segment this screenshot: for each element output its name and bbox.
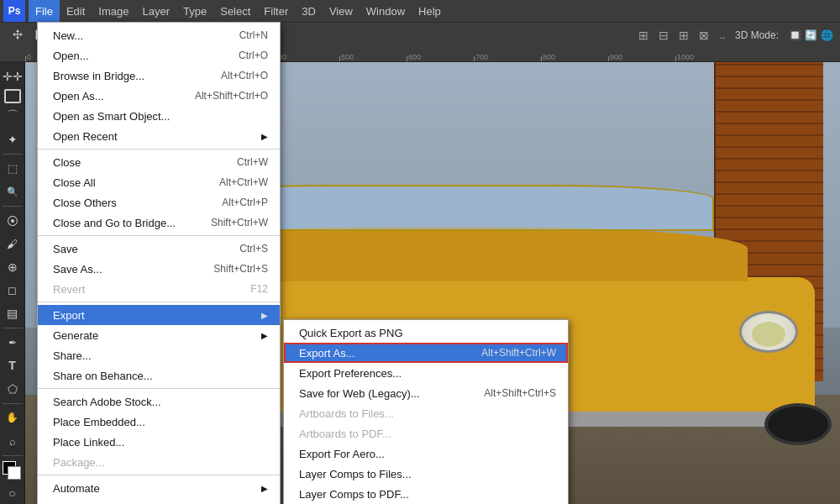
menu-item-open-recent[interactable]: Open Recent ▶: [38, 126, 280, 146]
export-submenu-artboards-pdf[interactable]: Artboards to PDF...: [284, 423, 568, 444]
export-submenu-layer-comps-files[interactable]: Layer Comps to Files...: [284, 464, 568, 484]
3d-mode-controls[interactable]: 🔲 🔄 🌐: [789, 29, 833, 41]
menu-layer[interactable]: Layer: [136, 0, 177, 22]
menu-select[interactable]: Select: [213, 0, 257, 22]
menu-item-export[interactable]: Export ▶: [38, 305, 280, 325]
menu-item-browse-bridge[interactable]: Browse in Bridge... Alt+Ctrl+O: [38, 66, 280, 86]
menu-item-close[interactable]: Close Ctrl+W: [38, 152, 280, 172]
menu-view[interactable]: View: [323, 0, 360, 22]
menu-item-search-stock[interactable]: Search Adobe Stock...: [38, 391, 280, 412]
tool-stamp[interactable]: ⊕: [2, 256, 24, 278]
file-dropdown: New... Ctrl+N Open... Ctrl+O Browse in B…: [37, 22, 281, 504]
menu-item-new[interactable]: New... Ctrl+N: [38, 25, 280, 45]
tool-crop[interactable]: ⬚: [2, 158, 24, 180]
tool-magic-wand[interactable]: ✦: [2, 129, 24, 150]
menu-window[interactable]: Window: [360, 0, 412, 22]
export-submenu-layer-comps-pdf[interactable]: Layer Comps to PDF...: [284, 484, 568, 504]
menu-item-close-others[interactable]: Close Others Alt+Ctrl+P: [38, 192, 280, 213]
menu-item-open-smart[interactable]: Open as Smart Object...: [38, 106, 280, 126]
tool-type[interactable]: T: [2, 354, 24, 376]
tool-separator-2: [3, 206, 23, 207]
menu-item-share[interactable]: Share...: [38, 345, 280, 365]
tool-pen[interactable]: ✒: [2, 332, 24, 354]
export-submenu-save-web[interactable]: Save for Web (Legacy)... Alt+Shift+Ctrl+…: [284, 383, 568, 403]
menu-item-automate[interactable]: Automate ▶: [38, 478, 280, 498]
export-submenu-artboards-files[interactable]: Artboards to Files...: [284, 403, 568, 423]
export-submenu-preferences[interactable]: Export Preferences...: [284, 363, 568, 383]
export-submenu-container: Quick Export as PNG Export As... Alt+Shi…: [283, 22, 569, 504]
tool-hand[interactable]: ✋: [2, 407, 24, 429]
fg-bg-colors[interactable]: [3, 461, 23, 481]
submenu-arrow: ▶: [261, 132, 268, 141]
separator-4: [38, 388, 280, 389]
separator-3: [38, 302, 280, 302]
ruler-mark-900: 900: [608, 53, 675, 61]
align-left-icon[interactable]: ⊞: [638, 29, 648, 42]
tool-spot-heal[interactable]: ⦿: [2, 210, 24, 232]
tool-select-rect[interactable]: [4, 89, 21, 104]
menu-item-share-behance[interactable]: Share on Behance...: [38, 365, 280, 386]
menu-type[interactable]: Type: [176, 0, 213, 22]
menu-item-close-all[interactable]: Close All Alt+Ctrl+W: [38, 172, 280, 192]
app-icon: Ps: [3, 0, 25, 22]
submenu-arrow-export: ▶: [261, 311, 268, 320]
tool-zoom[interactable]: ⌕: [2, 430, 24, 452]
menu-item-place-linked[interactable]: Place Linked...: [38, 432, 280, 452]
separator-5: [38, 475, 280, 475]
menu-item-generate[interactable]: Generate ▶: [38, 325, 280, 345]
tool-gradient[interactable]: ▤: [2, 302, 24, 324]
menu-3d[interactable]: 3D: [295, 0, 323, 22]
submenu-arrow-generate: ▶: [261, 331, 268, 340]
tool-separator-1: [3, 154, 23, 155]
menu-item-open[interactable]: Open... Ctrl+O: [38, 45, 280, 66]
menu-item-close-bridge[interactable]: Close and Go to Bridge... Shift+Ctrl+W: [38, 213, 280, 233]
separator-2: [38, 235, 280, 236]
menu-item-package[interactable]: Package...: [38, 452, 280, 472]
tool-mask[interactable]: ○: [2, 482, 24, 504]
car-tire-right: [764, 403, 832, 445]
ruler-mark-1000: 1000: [675, 53, 743, 61]
menu-bar: Ps File Edit Image Layer Type Select Fil…: [0, 0, 840, 22]
align-right-icon[interactable]: ⊞: [679, 29, 689, 42]
menu-item-revert[interactable]: Revert F12: [38, 279, 280, 299]
export-submenu-aero[interactable]: Export For Aero...: [284, 444, 568, 464]
file-dropdown-container: New... Ctrl+N Open... Ctrl+O Browse in B…: [37, 22, 281, 504]
export-submenu-quick-png[interactable]: Quick Export as PNG: [284, 323, 568, 343]
menu-image[interactable]: Image: [92, 0, 135, 22]
move-tool-icon[interactable]: [7, 27, 29, 44]
menu-item-place-embedded[interactable]: Place Embedded...: [38, 412, 280, 432]
tool-lasso[interactable]: ⌒: [2, 105, 24, 127]
car-headlight-right: [739, 311, 798, 353]
menu-filter[interactable]: Filter: [257, 0, 295, 22]
export-submenu-offset: Quick Export as PNG Export As... Alt+Shi…: [283, 319, 569, 504]
menu-item-scripts[interactable]: Scripts ▶: [38, 498, 280, 504]
toolbar-dots[interactable]: ...: [719, 29, 725, 41]
left-toolbar: ✛ ⌒ ✦ ⬚ 🔍 ⦿ 🖌 ⊕ ◻ ▤ ✒ T ⬠ ✋ ⌕ ○: [0, 62, 25, 504]
3d-mode-label: 3D Mode:: [735, 29, 779, 41]
separator-1: [38, 149, 280, 150]
tool-brush[interactable]: 🖌: [2, 233, 24, 255]
tool-separator-4: [3, 403, 23, 404]
distribute-icon[interactable]: ⊠: [699, 29, 709, 42]
menu-item-save[interactable]: Save Ctrl+S: [38, 239, 280, 259]
tool-eyedropper[interactable]: 🔍: [2, 181, 24, 202]
background-color[interactable]: [8, 466, 21, 480]
tool-eraser[interactable]: ◻: [2, 280, 24, 302]
tool-separator-5: [3, 455, 23, 456]
menu-edit[interactable]: Edit: [60, 0, 92, 22]
export-submenu-export-as[interactable]: Export As... Alt+Shift+Ctrl+W: [284, 343, 568, 363]
menu-item-save-as[interactable]: Save As... Shift+Ctrl+S: [38, 259, 280, 279]
tool-move[interactable]: ✛: [2, 66, 24, 87]
tool-separator-3: [3, 328, 23, 328]
export-submenu: Quick Export as PNG Export As... Alt+Shi…: [283, 319, 569, 504]
tool-path-select[interactable]: ⬠: [2, 378, 24, 400]
submenu-arrow-automate: ▶: [261, 484, 268, 493]
menu-file[interactable]: File: [29, 0, 60, 22]
menu-item-open-as[interactable]: Open As... Alt+Shift+Ctrl+O: [38, 86, 280, 106]
menu-help[interactable]: Help: [412, 0, 448, 22]
align-center-icon[interactable]: ⊟: [659, 29, 669, 42]
